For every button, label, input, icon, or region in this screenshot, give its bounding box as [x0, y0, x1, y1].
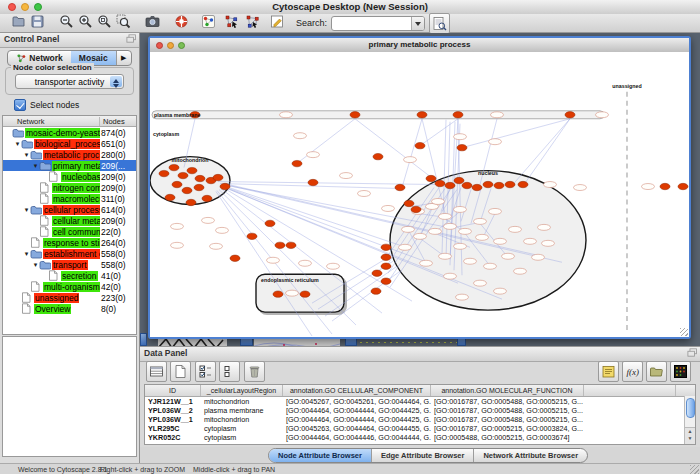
attribute-table-icon[interactable]	[146, 361, 167, 382]
window-resize-grip[interactable]	[680, 328, 688, 336]
tree-row-multi-organism-pro[interactable]: multi-organism pro42(0)	[3, 281, 136, 292]
network-node-unselected[interactable]	[491, 112, 504, 118]
column-header-empty[interactable]	[584, 385, 676, 396]
attribute-table[interactable]: ID_cellularLayoutRegionannotation.GO CEL…	[144, 384, 696, 445]
network-edge[interactable]	[524, 119, 570, 185]
attribute-table-header[interactable]: ID_cellularLayoutRegionannotation.GO CEL…	[145, 385, 695, 397]
select-attributes-icon[interactable]	[195, 361, 216, 382]
table-cell[interactable]: cytoplasm	[201, 433, 283, 442]
tree-expand-arrow[interactable]: ▾	[32, 261, 39, 269]
table-cell[interactable]: YJR121W__1	[145, 397, 201, 406]
tree-expand-arrow[interactable]: ▾	[23, 206, 30, 214]
network-node-unselected[interactable]	[439, 213, 452, 219]
table-cell[interactable]: mitochondrion	[201, 397, 283, 406]
column-header-annotation-go-molecular-function[interactable]: annotation.GO MOLECULAR_FUNCTION	[431, 385, 584, 396]
network-node-highlighted[interactable]	[381, 263, 391, 269]
network-node-highlighted[interactable]	[518, 181, 528, 187]
table-cell[interactable]: [GO:0016787, GO:0005488, GO:0005215, G..…	[431, 397, 584, 406]
network-edge[interactable]	[462, 119, 570, 148]
search-value[interactable]	[332, 17, 411, 30]
table-row[interactable]: YLR295Ccytoplasm[GO:0045263, GO:0044464,…	[145, 424, 695, 433]
create-attribute-icon[interactable]	[170, 361, 191, 382]
layout-b-icon[interactable]	[244, 13, 261, 30]
table-cell[interactable]: YDR039C__1	[145, 442, 201, 445]
network-edge[interactable]	[512, 119, 570, 186]
network-node-unselected[interactable]	[429, 228, 442, 234]
scrollbar-arrows[interactable]: ▲▼	[685, 427, 695, 444]
table-cell[interactable]	[584, 406, 676, 415]
network-node-highlighted[interactable]	[445, 182, 455, 188]
search-dropdown-arrow[interactable]	[411, 17, 424, 30]
network-node-unselected[interactable]	[286, 290, 299, 296]
column-header-annotation-go-cellular-component[interactable]: annotation.GO CELLULAR_COMPONENT	[283, 385, 431, 396]
network-node-unselected[interactable]	[432, 198, 445, 204]
table-cell[interactable]	[584, 442, 676, 445]
network-node-unselected[interactable]	[402, 226, 415, 232]
network-node-unselected[interactable]	[509, 226, 522, 232]
network-node-unselected[interactable]	[171, 242, 184, 248]
network-node-highlighted[interactable]	[350, 112, 360, 118]
network-tree-header[interactable]: Network Nodes	[3, 116, 136, 127]
tree-expand-arrow[interactable]: ▾	[23, 250, 30, 258]
network-node-highlighted[interactable]	[159, 170, 169, 176]
network-edge[interactable]	[420, 119, 458, 146]
network-node-unselected[interactable]	[294, 133, 307, 139]
table-cell[interactable]: [GO:0016787, GO:0005488, GO:0005215, G..…	[431, 406, 584, 415]
network-node-unselected[interactable]	[454, 243, 467, 249]
node-color-dropdown[interactable]: transporter activity	[15, 74, 124, 89]
network-window-titlebar[interactable]: primary metabolic process	[150, 38, 689, 53]
table-cell[interactable]: [GO:0016787, GO:0005488, GO:0005215, G..…	[431, 442, 584, 445]
network-node-highlighted[interactable]	[454, 177, 464, 183]
table-cell[interactable]: [GO:0045267, GO:0045261, GO:0044464, G..…	[283, 397, 431, 406]
table-cell[interactable]: [GO:0016787, GO:0005215, GO:0003824, G..…	[431, 424, 584, 433]
zoom-selected-icon[interactable]	[115, 13, 132, 30]
network-node-unselected[interactable]	[489, 139, 502, 145]
network-node-highlighted[interactable]	[275, 242, 285, 248]
network-node-highlighted[interactable]	[286, 242, 296, 248]
zoom-out-icon[interactable]	[58, 13, 75, 30]
table-row[interactable]: YJR121W__1mitochondrion[GO:0045267, GO:0…	[145, 397, 695, 406]
network-node-unselected[interactable]	[444, 223, 457, 229]
float-panel-icon[interactable]	[687, 348, 697, 357]
tree-row-cell-communicat[interactable]: cell communicat22(0)	[3, 226, 136, 237]
network-node-unselected[interactable]	[502, 253, 515, 259]
network-node-unselected[interactable]	[404, 157, 417, 163]
network-node-highlighted[interactable]	[404, 200, 414, 206]
tree-column-network[interactable]: Network	[17, 117, 45, 126]
search-input[interactable]	[331, 16, 425, 31]
column-header--cellularlayoutregion[interactable]: _cellularLayoutRegion	[201, 385, 283, 396]
network-node-unselected[interactable]	[476, 234, 489, 240]
import-attributes-icon[interactable]	[646, 361, 667, 382]
network-node-highlighted[interactable]	[417, 112, 427, 118]
table-cell[interactable]	[584, 415, 676, 424]
tree-row-overview[interactable]: Overview8(0)	[3, 303, 136, 314]
network-node-unselected[interactable]	[524, 238, 537, 244]
network-node-highlighted[interactable]	[472, 184, 482, 190]
save-icon[interactable]	[29, 13, 46, 30]
tab-edge-attribute-browser[interactable]: Edge Attribute Browser	[372, 449, 474, 462]
network-node-unselected[interactable]	[456, 294, 469, 300]
dropdown-arrows-icon[interactable]	[110, 76, 122, 87]
table-cell[interactable]: YLR295C	[145, 424, 201, 433]
network-node-unselected[interactable]	[464, 258, 477, 264]
network-node-unselected[interactable]	[171, 223, 184, 229]
network-view-window[interactable]: primary metabolic process plasma	[148, 36, 691, 339]
network-node-unselected[interactable]	[358, 191, 371, 197]
network-node-unselected[interactable]	[299, 260, 312, 266]
zoom-in-icon[interactable]	[77, 13, 94, 30]
network-node-unselected[interactable]	[489, 208, 502, 214]
tree-row-cellular-metabo[interactable]: cellular metabo209(0)	[3, 215, 136, 226]
network-node-highlighted[interactable]	[381, 278, 391, 284]
network-node-unselected[interactable]	[459, 228, 472, 234]
table-cell[interactable]: [GO:0044464, GO:0044446, GO:0044444, G..…	[283, 433, 431, 442]
network-node-highlighted[interactable]	[373, 153, 383, 159]
table-cell[interactable]	[584, 433, 676, 442]
network-node-highlighted[interactable]	[660, 183, 670, 189]
network-node-unselected[interactable]	[439, 253, 452, 259]
table-cell[interactable]: mitochondrion	[201, 442, 283, 445]
network-node-unselected[interactable]	[538, 224, 551, 230]
network-node-highlighted[interactable]	[457, 144, 467, 150]
tree-row-unassigned[interactable]: unassigned223(0)	[3, 292, 136, 303]
table-cell[interactable]: [GO:0005488, GO:0005215, GO:0003674]	[431, 433, 584, 442]
network-node-unselected[interactable]	[544, 182, 557, 188]
